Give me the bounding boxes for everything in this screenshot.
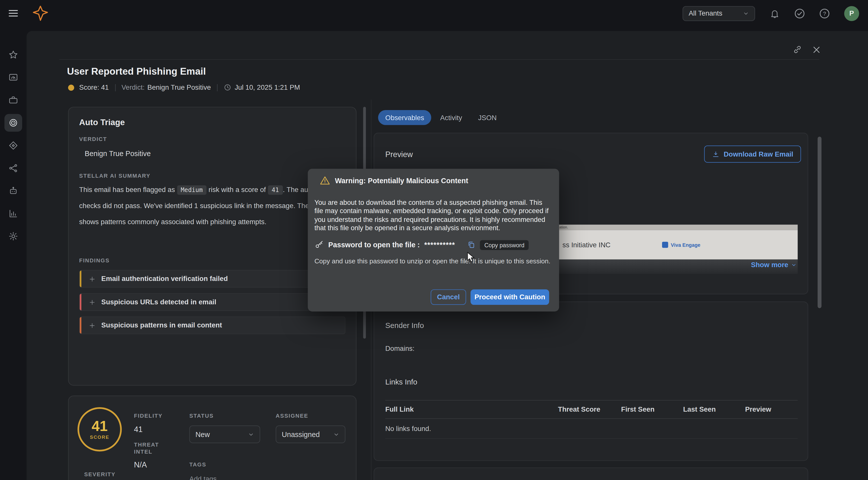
col-threat-score: Threat Score — [558, 406, 621, 413]
sender-info-title: Sender Info — [385, 321, 424, 330]
domains-label: Domains: — [385, 345, 414, 353]
incident-timestamp: Jul 10, 2025 1:21 PM — [235, 84, 300, 91]
score-caption: SCORE — [90, 434, 110, 440]
notifications-bell-icon[interactable] — [769, 8, 780, 19]
finding-label: Suspicious patterns in email content — [101, 321, 222, 329]
sender-links-card: Sender Info Domains: Links Info Full Lin… — [374, 301, 808, 461]
ai-summary-text: This email has been flagged as Medium ri… — [79, 182, 345, 230]
links-info-title: Links Info — [385, 378, 417, 386]
password-label: Password to open the file : — [328, 241, 420, 249]
sidebar-item-settings-gear-icon[interactable] — [4, 227, 22, 245]
score-status-dot — [68, 85, 74, 91]
close-icon[interactable] — [812, 45, 821, 54]
dialog-header: Warning: Potentially Malicious Content — [308, 169, 559, 185]
password-masked-value: ********** — [424, 241, 455, 249]
meta-separator — [217, 84, 217, 91]
links-table: Full Link Threat Score First Seen Last S… — [385, 400, 798, 439]
verdict-value: Benign True Positive — [147, 84, 211, 91]
warning-triangle-icon — [320, 175, 330, 186]
finding-severity-bar — [80, 271, 82, 287]
stellar-cyber-logo-icon[interactable] — [32, 5, 49, 22]
dialog-title: Warning: Potentially Malicious Content — [335, 176, 468, 185]
assignee-select[interactable]: Unassigned — [276, 425, 345, 443]
finding-severity-bar — [80, 294, 82, 310]
tags-label: TAGS — [189, 461, 206, 468]
links-table-header: Full Link Threat Score First Seen Last S… — [385, 400, 798, 419]
copy-link-icon[interactable] — [793, 45, 802, 54]
links-table-empty-row: No links found. — [385, 419, 798, 439]
copy-password-icon[interactable] — [467, 241, 475, 249]
next-section-card — [374, 468, 808, 480]
password-row: Password to open the file : ********** C… — [314, 240, 552, 250]
sidebar-item-favorites-star-icon[interactable] — [4, 46, 22, 64]
expand-plus-icon — [89, 322, 95, 328]
summary-segment: risk with a score of — [207, 186, 268, 194]
finding-severity-bar — [80, 317, 82, 333]
col-full-link: Full Link — [385, 406, 558, 413]
tenant-selector-value: All Tenants — [689, 9, 722, 17]
score-ring: 41 SCORE — [78, 407, 122, 451]
download-raw-email-button[interactable]: Download Raw Email — [704, 146, 801, 163]
user-avatar[interactable]: P — [844, 6, 859, 21]
tab-json[interactable]: JSON — [471, 110, 504, 125]
password-note: Copy and use this password to unzip or o… — [314, 257, 552, 265]
tab-observables[interactable]: Observables — [378, 110, 432, 125]
chevron-down-icon — [248, 431, 254, 437]
sidebar-item-detections-diamond-icon[interactable] — [4, 137, 22, 154]
fidelity-label: FIDELITY — [134, 413, 163, 419]
dialog-footer: Cancel Proceed with Caution — [431, 289, 549, 305]
sidebar-item-dashboards-icon[interactable] — [4, 69, 22, 86]
sidebar-item-cases-briefcase-icon[interactable] — [4, 91, 22, 109]
sidebar-item-triage-target-icon[interactable] — [4, 114, 22, 132]
sidebar-item-reports-chart-icon[interactable] — [4, 205, 22, 222]
tags-input[interactable] — [189, 473, 346, 480]
auto-triage-title: Auto Triage — [79, 117, 345, 127]
email-title-snippet: ss Initiative INC — [562, 241, 611, 249]
col-preview: Preview — [745, 406, 798, 413]
verdict-heading: VERDICT — [79, 136, 345, 142]
tasks-check-icon[interactable] — [794, 8, 805, 19]
download-button-label: Download Raw Email — [724, 150, 793, 158]
key-icon — [314, 240, 323, 250]
score-summary-card: 41 SCORE SEVERITY FIDELITY 41 THREAT INT… — [68, 395, 356, 480]
panel-top-divider — [59, 59, 819, 60]
finding-row-suspicious-urls[interactable]: Suspicious URLs detected in email — [79, 293, 345, 311]
download-icon — [712, 150, 720, 158]
left-nav-sidebar — [0, 27, 27, 480]
clock-icon — [223, 84, 231, 91]
hamburger-menu-icon[interactable] — [8, 8, 19, 19]
chevron-down-icon — [333, 431, 339, 437]
avatar-initial: P — [849, 9, 854, 17]
finding-row-suspicious-patterns[interactable]: Suspicious patterns in email content — [79, 316, 345, 334]
help-icon[interactable]: ? — [819, 8, 830, 19]
tenant-selector[interactable]: All Tenants — [682, 6, 755, 21]
severity-label: SEVERITY — [84, 472, 116, 478]
verdict-label: Verdict: — [121, 84, 145, 91]
col-last-seen: Last Seen — [683, 406, 745, 413]
summary-segment: This email has been flagged as — [79, 186, 177, 194]
malicious-content-warning-dialog: Warning: Potentially Malicious Content Y… — [308, 169, 559, 311]
status-column: STATUS New — [189, 410, 260, 443]
finding-label: Suspicious URLs detected in email — [101, 298, 216, 306]
assignee-label: ASSIGNEE — [276, 413, 308, 419]
status-select[interactable]: New — [189, 425, 260, 443]
proceed-with-caution-button[interactable]: Proceed with Caution — [470, 289, 549, 305]
ai-summary-heading: STELLAR AI SUMMARY — [79, 173, 345, 179]
right-column-scrollbar-thumb[interactable] — [818, 137, 822, 308]
show-more-label: Show more — [751, 261, 788, 269]
tab-activity[interactable]: Activity — [433, 110, 469, 125]
finding-row-email-auth[interactable]: Email authentication verification failed — [79, 270, 345, 288]
expand-plus-icon — [89, 276, 95, 282]
findings-heading: FINDINGS — [79, 257, 345, 263]
sidebar-item-automation-robot-icon[interactable] — [4, 182, 22, 199]
preview-show-more-link[interactable]: Show more — [751, 261, 797, 269]
summary-show-more-link[interactable]: Show more — [79, 238, 345, 246]
status-value: New — [195, 430, 210, 439]
copy-password-tooltip: Copy password — [480, 240, 529, 250]
sidebar-item-correlations-graph-icon[interactable] — [4, 159, 22, 177]
cancel-button[interactable]: Cancel — [431, 289, 466, 305]
dialog-body-text: You are about to download the contents o… — [314, 198, 552, 233]
app-root: All Tenants ? P — [0, 0, 868, 480]
threat-intel-value: N/A — [134, 460, 174, 469]
finding-label: Email authentication verification failed — [101, 275, 228, 283]
